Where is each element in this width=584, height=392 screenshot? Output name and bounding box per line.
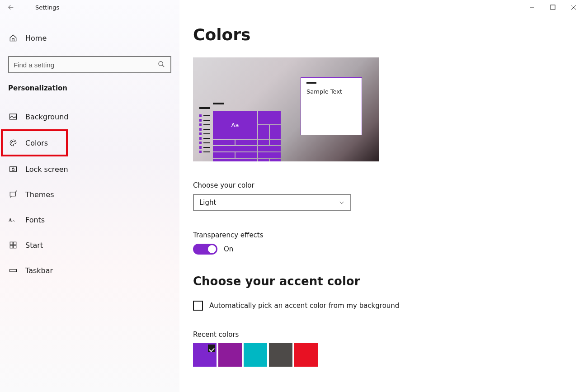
sidebar-item-label: Lock screen: [25, 165, 68, 174]
sidebar-item-background[interactable]: Background: [0, 106, 179, 128]
sidebar-item-label: Background: [25, 113, 68, 121]
sidebar-item-label: Themes: [25, 190, 54, 199]
preview-sample-window: Sample Text: [301, 77, 362, 135]
svg-rect-7: [10, 192, 15, 196]
svg-rect-10: [10, 242, 13, 245]
svg-rect-15: [551, 5, 555, 9]
svg-rect-11: [14, 242, 16, 245]
choose-color-value: Light: [199, 198, 216, 207]
preview-start-menu: Aa: [198, 103, 284, 161]
sidebar-item-label: Colors: [25, 139, 48, 147]
transparency-state: On: [224, 245, 233, 253]
window-title: Settings: [22, 4, 59, 11]
svg-text:A: A: [12, 219, 14, 222]
toggle-knob: [208, 245, 216, 253]
svg-point-4: [14, 141, 15, 142]
transparency-label: Transparency effects: [193, 231, 573, 239]
sidebar-item-themes[interactable]: Themes: [0, 184, 179, 205]
sidebar-item-colors[interactable]: Colors: [3, 131, 66, 155]
picture-icon: [8, 113, 18, 121]
main-content: Colors Aa: [193, 25, 584, 392]
svg-point-3: [12, 141, 13, 142]
close-button[interactable]: [563, 0, 584, 14]
page-title: Colors: [193, 25, 573, 44]
recent-color-swatch[interactable]: [193, 343, 217, 367]
back-button[interactable]: [0, 0, 22, 14]
home-link[interactable]: Home: [0, 27, 179, 49]
sidebar-item-taskbar[interactable]: Taskbar: [0, 260, 179, 281]
fonts-icon: A A: [8, 216, 18, 224]
chevron-down-icon: [339, 199, 345, 206]
sidebar-item-label: Start: [25, 241, 43, 250]
start-icon: [8, 241, 18, 249]
accent-section-title: Choose your accent color: [193, 274, 573, 288]
taskbar-icon: [8, 266, 18, 274]
recent-color-swatch[interactable]: [294, 343, 318, 367]
svg-point-0: [159, 61, 163, 66]
svg-rect-13: [14, 246, 16, 248]
recent-color-swatch[interactable]: [244, 343, 267, 367]
color-preview: Aa Sample Text: [193, 57, 379, 161]
preview-tiles: Aa: [213, 103, 281, 161]
lock-screen-icon: [8, 165, 18, 173]
svg-rect-14: [10, 269, 17, 272]
minimize-button[interactable]: [522, 0, 542, 14]
transparency-toggle[interactable]: [193, 244, 217, 255]
search-input[interactable]: [14, 61, 158, 69]
palette-icon: [8, 139, 18, 147]
svg-text:A: A: [9, 217, 12, 222]
sidebar-section-title: Personalization: [0, 81, 179, 95]
home-icon: [8, 34, 18, 42]
home-label: Home: [25, 34, 47, 43]
choose-color-label: Choose your color: [193, 181, 573, 189]
titlebar: Settings: [0, 0, 584, 14]
recent-color-swatch[interactable]: [269, 343, 292, 367]
search-icon: [158, 61, 166, 69]
recent-colors: [193, 343, 573, 367]
sidebar-item-label: Fonts: [25, 216, 45, 224]
preview-tile-aa: Aa: [213, 111, 257, 139]
auto-pick-label: Automatically pick an accent color from …: [209, 302, 399, 310]
sidebar-nav: Background Colors Lock screen: [0, 106, 179, 281]
recent-color-swatch[interactable]: [218, 343, 242, 367]
svg-rect-6: [12, 169, 14, 170]
sidebar-item-label: Taskbar: [25, 266, 53, 275]
sidebar-item-fonts[interactable]: A A Fonts: [0, 209, 179, 231]
preview-sample-text: Sample Text: [306, 88, 342, 95]
svg-rect-12: [10, 246, 13, 248]
svg-point-2: [11, 142, 12, 143]
svg-rect-5: [10, 167, 17, 172]
window-controls: [522, 0, 584, 14]
recent-colors-label: Recent colors: [193, 331, 573, 339]
sidebar-item-lock-screen[interactable]: Lock screen: [0, 158, 179, 180]
themes-icon: [8, 190, 18, 198]
preview-list: [198, 103, 210, 161]
auto-pick-checkbox[interactable]: [193, 301, 203, 311]
sidebar-item-start[interactable]: Start: [0, 234, 179, 256]
maximize-button[interactable]: [542, 0, 563, 14]
search-input-container[interactable]: [8, 56, 171, 73]
choose-color-select[interactable]: Light: [193, 194, 351, 211]
sidebar: Home Personalization Background: [0, 0, 179, 392]
